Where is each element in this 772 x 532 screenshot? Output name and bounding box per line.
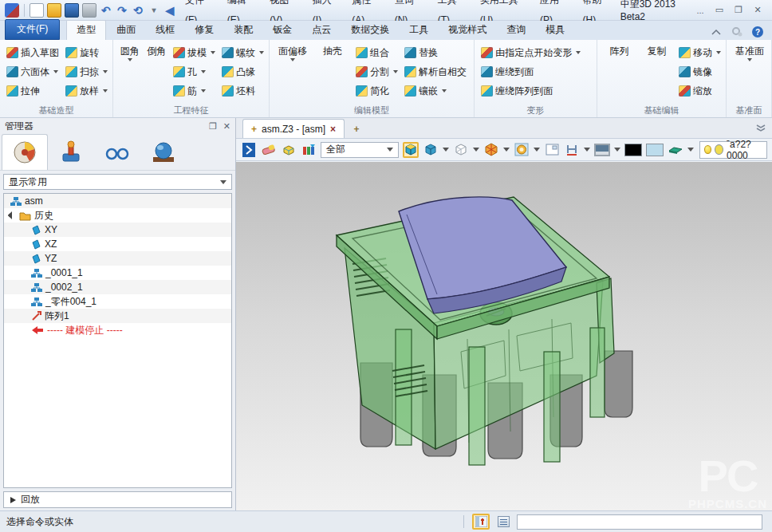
tab-assembly[interactable]: 装配 — [224, 21, 262, 40]
extrude-button[interactable]: 拉伸 — [5, 81, 61, 100]
tab-sheetmetal[interactable]: 钣金 — [263, 21, 301, 40]
open-file-icon[interactable] — [47, 3, 61, 18]
wrap-to-face-button[interactable]: 缠绕到面 — [479, 62, 582, 81]
shell-button[interactable]: 抽壳 — [314, 43, 351, 104]
eraser-icon[interactable] — [261, 142, 277, 158]
tab-repair[interactable]: 修复 — [185, 21, 223, 40]
tab-dataexchange[interactable]: 数据交换 — [341, 21, 399, 40]
new-file-icon[interactable] — [30, 3, 44, 18]
tree-item-component-0001[interactable]: _0001_1 — [4, 266, 231, 280]
sweep-button[interactable]: 扫掠 — [64, 62, 109, 81]
background-settings-icon[interactable] — [594, 142, 610, 158]
tab-shape[interactable]: 造型 — [66, 20, 106, 40]
color-filter-icon[interactable] — [301, 142, 317, 158]
toolbar-options-icon[interactable]: ▾ — [148, 3, 160, 18]
stock-button[interactable]: 坯料 — [220, 81, 266, 100]
panel-restore-button[interactable]: ❐ — [209, 121, 217, 132]
tree-item-xy-plane[interactable]: XY — [4, 223, 231, 237]
redo-icon[interactable]: ↷ — [116, 3, 128, 18]
tab-view-manager[interactable] — [140, 134, 187, 170]
box-button[interactable]: 六面体 — [5, 62, 61, 81]
scale-button[interactable]: 缩放 — [677, 81, 723, 100]
tree-item-asm[interactable]: asm — [4, 194, 231, 208]
mirror-button[interactable]: 镜像 — [677, 62, 723, 81]
search-icon[interactable] — [731, 26, 743, 37]
document-tab-asm[interactable]: + asm.Z3 - [asm] × — [242, 119, 345, 138]
close-button[interactable]: ✕ — [751, 5, 764, 15]
playback-bar[interactable]: 回放 — [3, 491, 232, 508]
tab-assembly-manager[interactable] — [48, 134, 94, 170]
tree-item-pattern1[interactable]: 阵列1 — [4, 309, 231, 323]
viewport-window-icon[interactable] — [544, 142, 560, 158]
draft-button[interactable]: 拔模 — [171, 43, 217, 62]
chevron-down-icon[interactable] — [584, 148, 590, 152]
tab-surface[interactable]: 曲面 — [107, 21, 145, 40]
tab-overflow-icon[interactable] — [750, 124, 772, 138]
collapse-icon[interactable]: ◀ — [163, 3, 176, 18]
pattern-button[interactable]: 阵列 — [602, 43, 636, 104]
tab-mold[interactable]: 模具 — [536, 21, 574, 40]
replace-button[interactable]: 替换 — [403, 43, 468, 62]
surface-display-icon[interactable] — [668, 142, 683, 158]
rocker-switch-model[interactable] — [236, 162, 772, 510]
chevron-down-icon[interactable] — [534, 148, 540, 152]
chevron-down-icon[interactable] — [443, 148, 449, 152]
output-list-icon[interactable] — [494, 514, 512, 530]
tab-visualstyle[interactable]: 视觉样式 — [439, 21, 496, 40]
fillet-button[interactable]: 圆角 — [118, 43, 142, 104]
wrap-pattern-to-face-button[interactable]: 缠绕阵列到面 — [479, 81, 582, 100]
inlay-button[interactable]: 镶嵌 — [403, 81, 468, 100]
chevron-down-icon[interactable] — [503, 148, 510, 152]
thread-button[interactable]: 螺纹 — [220, 43, 266, 62]
insert-sketch-button[interactable]: 插入草图 — [5, 43, 61, 62]
tree-item-history-folder[interactable]: 历史 — [4, 208, 231, 223]
datum-plane-button[interactable]: 基准面 — [731, 43, 768, 104]
entity-filter-dropdown[interactable]: 全部 — [321, 142, 399, 158]
expand-arrow-icon[interactable] — [8, 211, 16, 219]
render-wheel-icon[interactable] — [483, 142, 499, 158]
shaded-cube-icon[interactable] — [423, 142, 439, 158]
tab-pointcloud[interactable]: 点云 — [302, 21, 341, 40]
save-icon[interactable] — [65, 3, 79, 18]
status-input[interactable] — [517, 514, 762, 530]
layer-field[interactable]: ˉa?2?0000 — [699, 141, 767, 159]
wireframe-cube-icon[interactable] — [453, 142, 469, 158]
blue-color-swatch[interactable] — [646, 144, 664, 156]
tab-file[interactable]: 文件(F) — [5, 19, 60, 40]
copy-button[interactable]: 复制 — [640, 43, 674, 104]
combine-button[interactable]: 组合 — [354, 43, 400, 62]
divide-button[interactable]: 分割 — [354, 62, 400, 81]
print-icon[interactable] — [82, 3, 96, 18]
morph-from-point-button[interactable]: 由指定点开始变形 — [479, 43, 582, 62]
undo-icon[interactable]: ↶ — [100, 3, 112, 18]
tab-history-manager[interactable] — [2, 134, 48, 170]
circle-view-icon[interactable] — [514, 142, 530, 158]
minimize-button[interactable]: ▭ — [713, 5, 726, 15]
chevron-down-icon[interactable] — [614, 148, 620, 152]
escape-icon[interactable] — [241, 142, 257, 158]
3d-viewport[interactable]: PC PHPCMS.CN — [236, 162, 772, 510]
loft-button[interactable]: 放样 — [64, 81, 109, 100]
resolve-selfintersection-button[interactable]: 解析自相交 — [403, 62, 468, 81]
chamfer-button[interactable]: 倒角 — [145, 43, 169, 104]
chevron-down-icon[interactable] — [473, 148, 479, 152]
black-color-swatch[interactable] — [624, 144, 642, 156]
simplify-button[interactable]: 简化 — [354, 81, 400, 100]
tab-wireframe[interactable]: 线框 — [146, 21, 184, 40]
tab-inquire[interactable]: 查询 — [497, 21, 535, 40]
restore-button[interactable]: ❐ — [732, 5, 745, 15]
new-document-tab[interactable]: + — [345, 120, 368, 138]
tree-item-component-0002[interactable]: _0002_1 — [4, 280, 231, 294]
chevron-down-icon[interactable] — [687, 148, 694, 152]
sync-icon[interactable]: ⟲ — [132, 3, 144, 18]
bounding-box-icon[interactable] — [281, 142, 297, 158]
revolve-button[interactable]: 旋转 — [64, 43, 109, 62]
tree-item-model-stop[interactable]: ----- 建模停止 ----- — [4, 323, 231, 337]
rib-button[interactable]: 筋 — [171, 81, 217, 100]
move-button[interactable]: 移动 — [677, 43, 723, 62]
help-icon[interactable]: ? — [751, 26, 764, 38]
panel-close-button[interactable]: ✕ — [223, 121, 230, 132]
tree-filter-dropdown[interactable]: 显示常用 — [3, 174, 232, 190]
tab-close-icon[interactable]: × — [330, 124, 336, 135]
hole-button[interactable]: 孔 — [171, 62, 217, 81]
